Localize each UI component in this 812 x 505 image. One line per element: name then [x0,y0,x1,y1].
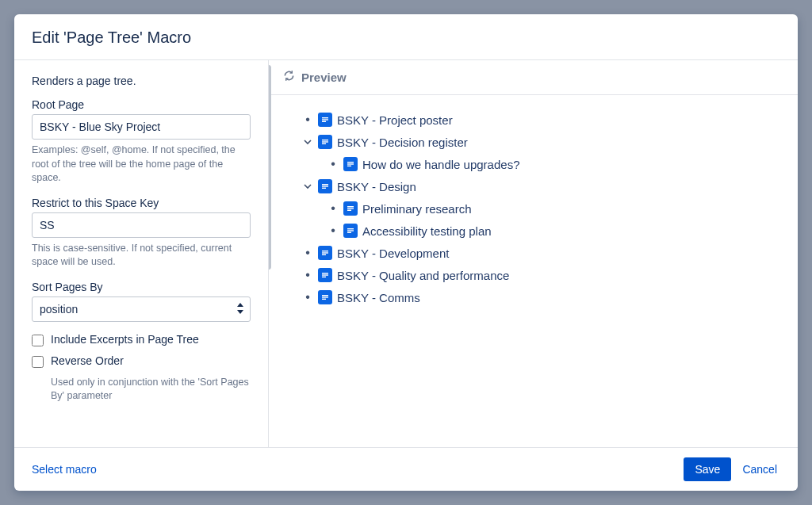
svg-rect-22 [322,274,328,275]
page-icon [318,268,332,282]
page-icon [343,157,358,171]
svg-rect-14 [347,210,351,211]
root-page-label: Root Page [32,98,251,111]
preview-header: Preview [269,60,798,95]
preview-title: Preview [301,71,347,84]
tree-link[interactable]: BSKY - Project poster [337,113,453,127]
svg-rect-16 [347,230,354,231]
include-excerpts-checkbox[interactable] [32,335,44,346]
refresh-icon[interactable] [283,70,295,85]
preview-pane: Preview BSKY - Project posterBSKY - Deci… [268,60,798,447]
chevron-down-icon[interactable] [302,138,313,146]
reverse-order-checkbox[interactable] [32,356,44,368]
space-key-group: Restrict to this Space Key This is case-… [32,197,251,270]
svg-rect-1 [322,119,328,120]
include-excerpts-row: Include Excerpts in Page Tree [32,333,251,346]
page-icon [343,224,358,238]
tree-link[interactable]: BSKY - Comms [337,291,420,304]
save-button[interactable]: Save [684,457,731,481]
svg-rect-25 [322,296,328,297]
svg-rect-12 [347,206,354,207]
tree-link[interactable]: BSKY - Decision register [337,136,468,149]
tree-link[interactable]: BSKY - Design [337,180,416,193]
dialog-body: Renders a page tree. Root Page Examples:… [14,60,798,447]
svg-rect-9 [322,184,328,185]
scrollbar-thumb[interactable] [268,65,271,270]
dialog-header: Edit 'Page Tree' Macro [14,14,798,60]
tree-row: Preliminary research [327,201,779,216]
page-tree: BSKY - Project posterBSKY - Decision reg… [288,113,779,304]
tree-link[interactable]: Accessibility testing plan [362,224,492,238]
tree-bullet [302,113,313,126]
footer-actions: Save Cancel [684,457,780,481]
tree-row: BSKY - Design [302,179,779,193]
tree-link[interactable]: BSKY - Development [337,247,449,260]
sort-by-label: Sort Pages By [32,281,251,293]
space-key-help: This is case-sensitive. If not specified… [32,242,251,270]
svg-rect-5 [322,143,326,144]
tree-bullet [302,291,313,304]
tree-row: BSKY - Decision register [302,135,779,149]
select-macro-link[interactable]: Select macro [32,463,97,476]
scroll-fade [14,433,268,447]
reverse-order-group: Reverse Order Used only in conjunction w… [32,354,251,404]
form-description: Renders a page tree. [32,75,251,87]
sort-by-group: Sort Pages By position [32,281,251,322]
svg-rect-18 [322,251,328,251]
root-page-group: Root Page Examples: @self, @home. If not… [32,98,251,186]
tree-link[interactable]: Preliminary research [362,202,472,216]
tree-link[interactable]: How do we handle upgrades? [362,158,519,171]
root-page-help: Examples: @self, @home. If not specified… [32,143,251,186]
svg-rect-24 [322,295,328,296]
svg-rect-20 [322,254,326,255]
tree-row: BSKY - Comms [302,290,779,304]
tree-row: BSKY - Development [302,246,779,260]
svg-rect-23 [322,277,326,277]
svg-rect-6 [347,162,354,163]
svg-rect-15 [347,228,354,229]
page-icon [318,113,332,127]
page-icon [318,135,332,149]
include-excerpts-label: Include Excerpts in Page Tree [51,333,199,346]
dialog-title: Edit 'Page Tree' Macro [32,29,780,47]
svg-rect-11 [322,188,326,189]
preview-content: BSKY - Project posterBSKY - Decision reg… [269,95,798,330]
tree-bullet [302,269,313,281]
tree-row: BSKY - Quality and performance [302,268,779,282]
page-icon [318,246,332,260]
page-icon [318,290,332,304]
tree-bullet [327,224,339,237]
space-key-input[interactable] [32,212,251,238]
reverse-order-row: Reverse Order [32,354,251,368]
reverse-order-help: Used only in conjunction with the 'Sort … [51,376,251,404]
tree-bullet [327,202,339,215]
tree-link[interactable]: BSKY - Quality and performance [337,269,509,282]
svg-rect-8 [347,166,351,166]
svg-rect-21 [322,273,328,274]
reverse-order-label: Reverse Order [51,354,124,367]
tree-row: Accessibility testing plan [327,224,779,238]
svg-rect-7 [347,163,354,164]
svg-rect-17 [347,232,351,233]
root-page-input[interactable] [32,114,251,140]
space-key-label: Restrict to this Space Key [32,197,251,209]
svg-rect-10 [322,186,328,186]
page-icon [343,201,358,216]
svg-rect-0 [322,117,328,118]
page-icon [318,179,332,193]
svg-rect-4 [322,141,328,142]
svg-rect-26 [322,299,326,300]
sort-by-select[interactable]: position [32,296,251,322]
cancel-button[interactable]: Cancel [739,457,780,481]
tree-row: How do we handle upgrades? [327,157,779,171]
dialog-footer: Select macro Save Cancel [14,447,798,491]
tree-bullet [327,158,339,170]
tree-row: BSKY - Project poster [302,113,779,127]
tree-bullet [302,247,313,259]
svg-rect-3 [322,140,328,140]
svg-rect-13 [347,208,354,209]
chevron-down-icon[interactable] [302,182,313,190]
svg-rect-2 [322,121,326,122]
svg-rect-19 [322,252,328,253]
macro-edit-dialog: Edit 'Page Tree' Macro Renders a page tr… [14,14,798,491]
